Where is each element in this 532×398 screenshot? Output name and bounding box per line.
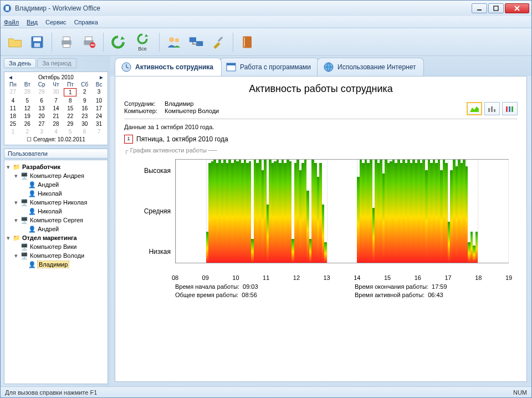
computer-icon: 🖥️ [21,216,28,224]
chart-type-area[interactable] [467,102,482,115]
svg-rect-11 [85,37,92,40]
users-header: Пользователи [4,149,108,159]
tab-day[interactable]: За день [4,58,36,68]
svg-point-14 [169,37,174,42]
svg-rect-28 [494,109,495,112]
close-button[interactable] [505,3,529,13]
svg-rect-9 [63,44,70,47]
help-button[interactable] [238,32,258,52]
clock-icon [121,62,132,73]
computer-icon: 🖥️ [21,252,28,259]
menu-file[interactable]: Файл [4,19,19,25]
tab-programs[interactable]: Работа с программами [219,58,319,76]
group-icon: 📁 [13,234,21,242]
globe-icon [323,62,334,73]
tree-selected-user[interactable]: 👤Владимир [21,260,106,269]
menu-service[interactable]: Сервис [45,19,66,25]
chart-type-stacked[interactable] [502,102,518,115]
employee-name: Владимир [165,100,193,107]
print-cancel-button[interactable] [79,32,99,52]
settings-button[interactable] [208,32,228,52]
svg-rect-2 [477,9,482,11]
page-title: Активность работы сотрудника [124,83,518,95]
user-tree[interactable]: ▾📁Разработчик ▾🖥️Компьютер Андрея 👤Андре… [4,160,108,384]
svg-rect-20 [244,37,245,47]
computer-icon: 🖥️ [21,198,28,206]
window-title: Владимир - Workview Office [15,4,472,12]
computer-name: Компьютер Володи [165,108,219,114]
user-icon: 👤 [28,190,36,197]
svg-rect-23 [227,63,236,65]
user-icon: 👤 [28,181,36,188]
user-icon: 👤 [28,261,36,268]
cal-next-icon[interactable]: ► [98,74,105,80]
stat-active: 06:43 [428,292,443,298]
svg-rect-31 [511,106,513,112]
computers-button[interactable] [186,32,206,52]
app-icon [3,4,12,13]
computer-icon: 🖥️ [21,172,28,180]
tab-internet[interactable]: Использование Интернет [317,58,424,76]
computer-icon: 🖥️ [21,243,28,251]
stat-total: 08:56 [242,292,257,298]
stat-end: 17:59 [432,283,447,290]
maximize-button[interactable] [488,3,504,13]
svg-rect-1 [6,6,9,11]
open-button[interactable] [5,32,25,52]
print-button[interactable] [57,32,76,52]
svg-rect-13 [91,44,95,45]
cal-prev-icon[interactable]: ◄ [7,74,14,80]
users-button[interactable] [164,32,184,52]
save-button[interactable] [27,32,47,52]
stat-start: 09:03 [243,283,258,290]
svg-rect-27 [491,106,493,112]
svg-rect-18 [218,36,223,42]
svg-rect-26 [488,108,490,112]
group-icon: 📁 [13,163,21,171]
activity-chart: Высокая Средняя Низкая 08091011121314151… [124,157,518,279]
user-icon: 👤 [28,207,36,215]
status-help: Для вызова справки нажмите F1 [5,389,97,396]
svg-rect-5 [33,37,41,41]
user-icon: 👤 [28,225,36,233]
refresh-all-button[interactable]: Все [130,32,155,52]
cal-title: Октябрь 2010 [38,74,74,80]
svg-rect-29 [506,106,508,112]
svg-rect-30 [509,106,510,112]
calendar[interactable]: ◄ Октябрь 2010 ► ПнВтСрЧтПтСбВс272829301… [4,72,108,145]
window-icon [226,62,237,73]
refresh-button[interactable] [108,32,128,52]
cal-today[interactable]: ☐ Сегодня: 10.02.2011 [7,136,105,142]
data-date: Данные за 1 октября 2010 года. [124,124,518,130]
svg-rect-16 [190,37,196,42]
chart-type-bars[interactable] [484,102,500,115]
svg-rect-6 [34,43,40,47]
menu-help[interactable]: Справка [74,19,98,25]
minimize-button[interactable] [472,3,487,13]
status-num: NUM [513,389,527,396]
menu-view[interactable]: Вид [27,19,38,25]
calendar-day-icon: 1 [124,135,133,144]
tab-activity[interactable]: Активность сотрудника [115,58,222,76]
tab-period[interactable]: За период [37,58,76,68]
svg-point-15 [175,38,179,42]
svg-rect-8 [63,37,70,40]
svg-rect-3 [494,6,498,11]
